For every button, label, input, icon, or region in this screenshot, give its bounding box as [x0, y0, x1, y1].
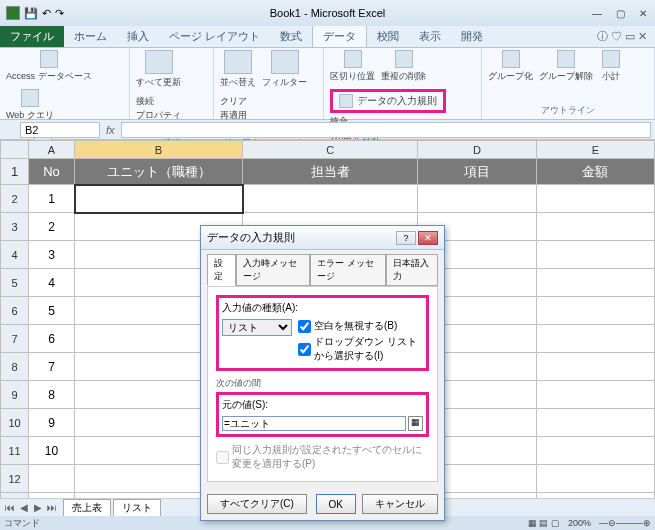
tab-developer[interactable]: 開発: [451, 26, 493, 47]
cell[interactable]: 6: [29, 325, 75, 353]
col-E[interactable]: E: [536, 141, 654, 159]
cell[interactable]: [536, 465, 654, 493]
cell[interactable]: 2: [29, 213, 75, 241]
source-input[interactable]: [222, 416, 406, 431]
group-button[interactable]: グループ化: [488, 50, 533, 83]
redo-icon[interactable]: ↷: [55, 7, 64, 20]
row-header[interactable]: 4: [1, 241, 29, 269]
cell[interactable]: 5: [29, 297, 75, 325]
row-header[interactable]: 7: [1, 325, 29, 353]
access-db-button[interactable]: Access データベース: [6, 50, 92, 83]
dialog-close-icon[interactable]: ✕: [418, 231, 438, 245]
dialog-titlebar[interactable]: データの入力規則 ? ✕: [201, 226, 444, 250]
cell[interactable]: 9: [29, 409, 75, 437]
ungroup-button[interactable]: グループ解除: [539, 50, 593, 83]
row-header[interactable]: 10: [1, 409, 29, 437]
clear-button[interactable]: クリア: [220, 95, 256, 108]
tab-pagelayout[interactable]: ページ レイアウト: [159, 26, 270, 47]
tab-home[interactable]: ホーム: [64, 26, 117, 47]
minimize-button[interactable]: —: [588, 8, 606, 19]
cancel-button[interactable]: キャンセル: [362, 494, 438, 514]
cell[interactable]: [536, 381, 654, 409]
cell[interactable]: [536, 325, 654, 353]
cell[interactable]: 8: [29, 381, 75, 409]
refresh-all-button[interactable]: すべて更新: [136, 50, 181, 89]
type-select[interactable]: リスト: [222, 319, 292, 336]
nav-next[interactable]: ▶: [32, 502, 44, 513]
cell[interactable]: [418, 185, 536, 213]
dialog-tab-input[interactable]: 入力時メッセージ: [236, 254, 310, 286]
zoom-slider[interactable]: —⊖———⊕: [599, 518, 651, 528]
cell[interactable]: 10: [29, 437, 75, 465]
undo-icon[interactable]: ↶: [42, 7, 51, 20]
dialog-tab-settings[interactable]: 設定: [207, 254, 236, 286]
subtotal-button[interactable]: 小計: [599, 50, 623, 83]
cell-header-person[interactable]: 担当者: [243, 159, 418, 185]
cell[interactable]: [75, 185, 243, 213]
col-B[interactable]: B: [75, 141, 243, 159]
zoom-level[interactable]: 200%: [568, 518, 591, 528]
dialog-tab-error[interactable]: エラー メッセージ: [310, 254, 386, 286]
nav-first[interactable]: ⏮: [4, 502, 16, 513]
row-header[interactable]: 9: [1, 381, 29, 409]
cell[interactable]: [536, 185, 654, 213]
dropdown-checkbox[interactable]: ドロップダウン リストから選択する(I): [298, 335, 423, 363]
clear-all-button[interactable]: すべてクリア(C): [207, 494, 307, 514]
cell[interactable]: [536, 213, 654, 241]
tab-file[interactable]: ファイル: [0, 26, 64, 47]
save-icon[interactable]: 💾: [24, 7, 38, 20]
range-picker-icon[interactable]: ▦: [408, 416, 423, 431]
filter-button[interactable]: フィルター: [262, 50, 307, 89]
sheet-tab-2[interactable]: リスト: [113, 499, 161, 516]
formula-bar[interactable]: [121, 122, 651, 138]
cell[interactable]: 4: [29, 269, 75, 297]
row-header[interactable]: 6: [1, 297, 29, 325]
cell-header-no[interactable]: No: [29, 159, 75, 185]
cell[interactable]: 3: [29, 241, 75, 269]
row-header[interactable]: 2: [1, 185, 29, 213]
cell[interactable]: [536, 269, 654, 297]
dialog-tab-ime[interactable]: 日本語入力: [386, 254, 438, 286]
fx-icon[interactable]: fx: [100, 124, 121, 136]
row-header[interactable]: 8: [1, 353, 29, 381]
text-to-col-button[interactable]: 区切り位置: [330, 50, 375, 83]
cell[interactable]: [536, 409, 654, 437]
remove-dup-button[interactable]: 重複の削除: [381, 50, 426, 83]
apply-same-checkbox[interactable]: 同じ入力規則が設定されたすべてのセルに変更を適用する(P): [216, 443, 429, 471]
cell[interactable]: [536, 241, 654, 269]
close-button[interactable]: ✕: [635, 8, 651, 19]
col-A[interactable]: A: [29, 141, 75, 159]
col-D[interactable]: D: [418, 141, 536, 159]
nav-prev[interactable]: ◀: [18, 502, 30, 513]
tab-formulas[interactable]: 数式: [270, 26, 312, 47]
properties-button[interactable]: プロパティ: [136, 109, 190, 122]
cell-header-item[interactable]: 項目: [418, 159, 536, 185]
reapply-button[interactable]: 再適用: [220, 109, 256, 122]
col-C[interactable]: C: [243, 141, 418, 159]
data-validation-button[interactable]: データの入力規則: [330, 89, 446, 113]
ok-button[interactable]: OK: [316, 494, 356, 514]
cell[interactable]: 7: [29, 353, 75, 381]
web-query-button[interactable]: Web クエリ: [6, 89, 54, 122]
cell[interactable]: [29, 465, 75, 493]
sort-button[interactable]: 並べ替え: [220, 50, 256, 89]
row-header[interactable]: 5: [1, 269, 29, 297]
cell-header-amount[interactable]: 金額: [536, 159, 654, 185]
view-icons[interactable]: ▦ ▤ ▢: [528, 518, 560, 528]
cell[interactable]: 1: [29, 185, 75, 213]
tab-review[interactable]: 校閲: [367, 26, 409, 47]
connections-button[interactable]: 接続: [136, 95, 190, 108]
row-header[interactable]: 11: [1, 437, 29, 465]
name-box[interactable]: B2: [20, 122, 100, 138]
row-1[interactable]: 1: [1, 159, 29, 185]
row-header[interactable]: 12: [1, 465, 29, 493]
cell[interactable]: [243, 185, 418, 213]
dialog-help-icon[interactable]: ?: [396, 231, 416, 245]
tab-data[interactable]: データ: [312, 25, 367, 47]
ignore-blank-checkbox[interactable]: 空白を無視する(B): [298, 319, 423, 333]
cell[interactable]: [536, 437, 654, 465]
cell-header-unit[interactable]: ユニット（職種）: [75, 159, 243, 185]
sheet-tab-1[interactable]: 売上表: [63, 499, 111, 516]
row-header[interactable]: 3: [1, 213, 29, 241]
select-all[interactable]: [1, 141, 29, 159]
